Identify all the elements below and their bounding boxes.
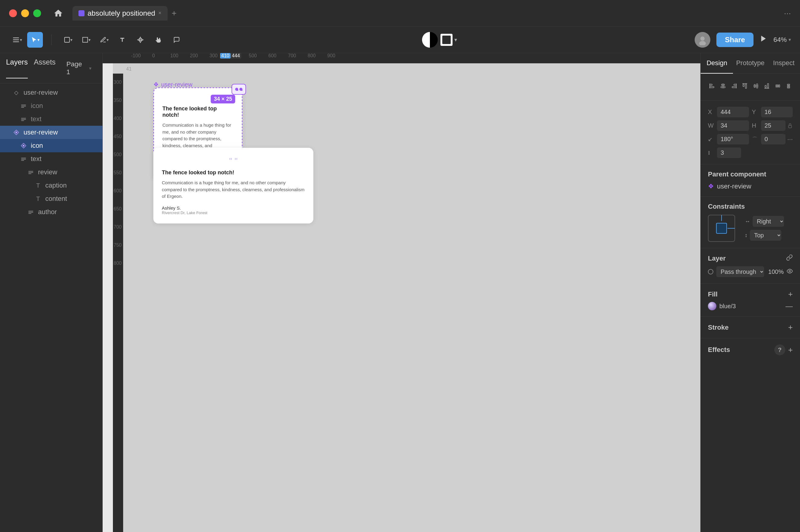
lock-icon[interactable] — [787, 123, 793, 129]
layer-label: caption — [45, 182, 67, 189]
svg-rect-45 — [776, 85, 777, 87]
add-stroke-button[interactable]: + — [788, 323, 793, 332]
card1-title: The fence looked top notch! — [162, 106, 233, 118]
svg-point-15 — [15, 132, 17, 133]
align-section — [701, 74, 800, 101]
v-constraint-select[interactable]: Top Bottom Center Scale Stretch — [750, 230, 781, 241]
tab-assets[interactable]: Assets — [34, 58, 56, 78]
layer-item[interactable]: text — [0, 113, 102, 126]
distribute-v[interactable] — [784, 80, 793, 92]
fill-color-swatch[interactable] — [708, 302, 716, 310]
align-top[interactable] — [741, 80, 749, 92]
tab-inspect[interactable]: Inspect — [768, 53, 800, 74]
more-button[interactable]: ··· — [784, 8, 791, 18]
svg-point-5 — [701, 37, 705, 41]
group-icon — [26, 208, 35, 216]
text-tool[interactable] — [114, 32, 130, 48]
align-center-v[interactable] — [752, 80, 760, 92]
layer-link-icon[interactable] — [786, 254, 793, 263]
align-left[interactable] — [708, 80, 716, 92]
share-button[interactable]: Share — [716, 33, 753, 47]
x-value[interactable]: 444 — [717, 107, 749, 117]
tab-close-icon[interactable]: × — [158, 10, 162, 16]
svg-rect-47 — [779, 85, 780, 87]
svg-rect-18 — [21, 158, 26, 158]
tab-prototype[interactable]: Prototype — [733, 53, 767, 74]
svg-rect-2 — [13, 41, 19, 42]
blend-mode-select[interactable]: Pass through Normal Multiply Screen Over… — [716, 266, 764, 277]
active-tab[interactable]: absolutely positioned × — [72, 6, 167, 20]
stroke-section: Stroke + — [701, 317, 800, 338]
icon-icon — [19, 141, 28, 150]
layer-item[interactable]: icon — [0, 99, 102, 113]
selected-layer-item[interactable]: user-review — [0, 126, 102, 139]
quote-icon-element — [232, 84, 246, 95]
new-tab-button[interactable]: + — [169, 8, 180, 19]
svg-rect-42 — [765, 86, 766, 88]
contrast-toggle[interactable] — [422, 32, 438, 48]
align-bottom[interactable] — [763, 80, 771, 92]
layer-item[interactable]: T content — [0, 192, 102, 205]
svg-rect-46 — [777, 85, 778, 87]
layer-item[interactable]: T caption — [0, 179, 102, 192]
page-selector[interactable]: Page 1 ▾ — [61, 58, 96, 78]
rotation-value[interactable]: 180° — [717, 134, 749, 145]
add-fill-button[interactable]: + — [788, 289, 793, 299]
maximize-button[interactable] — [33, 10, 41, 17]
corner-value[interactable]: 0 — [761, 134, 785, 145]
hand-tool[interactable] — [151, 32, 166, 48]
visibility-toggle[interactable] — [787, 268, 793, 276]
svg-rect-37 — [745, 84, 747, 88]
close-button[interactable] — [9, 10, 17, 17]
zoom-control[interactable]: 64% ▾ — [774, 36, 791, 44]
depth-value[interactable]: 3 — [717, 148, 741, 158]
layer-item[interactable]: text — [0, 152, 102, 166]
h-value[interactable]: 25 — [761, 120, 786, 131]
component-tool[interactable] — [132, 32, 148, 48]
user-avatar[interactable] — [695, 32, 710, 48]
layer-item[interactable]: review — [0, 166, 102, 179]
v-constraint-icon: ↕ — [745, 232, 747, 239]
align-center-h[interactable] — [719, 80, 727, 92]
component-label-icon: ❖ — [153, 81, 159, 88]
fill-row[interactable]: blue/3 — — [708, 302, 793, 310]
color-preview[interactable]: ▾ — [440, 32, 457, 48]
text-icon — [19, 115, 28, 124]
svg-rect-48 — [787, 84, 790, 85]
minimize-button[interactable] — [21, 10, 29, 17]
align-right[interactable] — [730, 80, 738, 92]
constraint-inner-box — [716, 223, 727, 234]
layer-label: text — [31, 155, 41, 163]
card-2-container[interactable]: " " The fence looked top notch! Communic… — [153, 148, 313, 224]
svg-rect-0 — [13, 37, 19, 38]
tab-layers[interactable]: Layers — [6, 58, 28, 78]
frame-tool[interactable]: ▾ — [60, 32, 76, 48]
canvas-inner: 41 ❖ user-review — [123, 63, 701, 532]
y-value[interactable]: 16 — [761, 107, 793, 117]
svg-rect-33 — [734, 84, 736, 86]
h-constraint-select[interactable]: Right Left Center Scale Stretch — [752, 216, 784, 227]
w-value[interactable]: 34 — [717, 120, 749, 131]
highlighted-layer-item[interactable]: icon — [0, 139, 102, 152]
parent-component-row[interactable]: ❖ user-review — [708, 183, 793, 190]
remove-fill-button[interactable]: — — [785, 302, 793, 310]
menu-tool[interactable]: ▾ — [9, 32, 25, 48]
home-icon[interactable] — [50, 5, 67, 21]
comment-tool[interactable] — [169, 32, 184, 48]
layer-item[interactable]: author — [0, 205, 102, 218]
svg-rect-24 — [29, 211, 33, 211]
constraints-section: Constraints ↔ Right Left Center Scale — [701, 197, 800, 248]
distribute-h[interactable] — [774, 80, 782, 92]
effects-help-button[interactable]: ? — [774, 344, 785, 355]
blend-dot — [708, 269, 713, 274]
svg-point-6 — [699, 41, 706, 45]
size-badge: 34 × 25 — [211, 95, 235, 103]
pen-tool[interactable]: ▾ — [96, 32, 112, 48]
add-effect-button[interactable]: + — [788, 345, 793, 355]
move-tool[interactable]: ▾ — [27, 32, 43, 48]
layer-item[interactable]: ◇ user-review — [0, 86, 102, 99]
shape-tool[interactable]: ▾ — [78, 32, 94, 48]
more-options[interactable]: ··· — [787, 135, 793, 143]
tab-design[interactable]: Design — [701, 53, 733, 74]
play-button[interactable] — [760, 35, 767, 45]
